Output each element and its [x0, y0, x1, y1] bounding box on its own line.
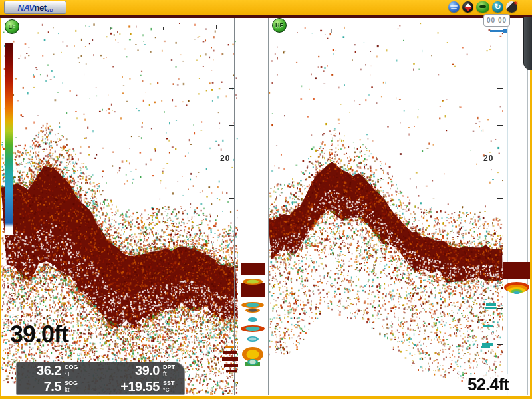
lf-frequency-badge[interactable]: LF: [5, 19, 19, 34]
sonar-echogram-canvas: [0, 0, 532, 399]
globe-icon[interactable]: [448, 1, 460, 13]
sog-readout: 7.5 SOGkt: [17, 379, 86, 394]
sst-readout: +19.55 SST°C: [86, 379, 184, 394]
logo-net-text: net: [35, 3, 47, 13]
dpt-unit: DPT: [163, 364, 182, 370]
sst-value: +19.55: [120, 379, 160, 394]
hf-depth-readout: 52.4ft: [466, 374, 510, 395]
refresh-icon[interactable]: ↻: [492, 1, 503, 13]
cog-readout: 36.2 COG°T: [17, 363, 86, 378]
mob-icon[interactable]: ✶: [506, 1, 517, 13]
dpt-value: 39.0: [135, 363, 160, 378]
echo-strength-colorbar: [5, 43, 13, 235]
lf-depth-scale-label: 20: [220, 154, 230, 163]
navnet-logo-button[interactable]: NAV net 3D: [4, 1, 66, 14]
vrm-marker-icon[interactable]: [490, 30, 506, 32]
logo-nav-text: NAV: [18, 3, 35, 13]
titlebar-icon-row: ↻ ✶: [448, 1, 517, 13]
title-bar: NAV net 3D ↻ ✶: [0, 0, 532, 15]
hf-frequency-badge[interactable]: HF: [272, 18, 287, 33]
timer-readout-box: 00 00: [483, 14, 510, 27]
cog-value: 36.2: [37, 363, 61, 378]
sst-unit: SST: [163, 380, 182, 386]
sog-value: 7.5: [44, 379, 61, 394]
header-divider-bar: [0, 15, 532, 18]
boat-icon[interactable]: [476, 1, 489, 13]
nav-data-box: 36.2 COG°T 39.0 DPTft 7.5 SOGkt +19.55 S…: [16, 362, 185, 395]
logo-3d-text: 3D: [47, 8, 53, 13]
compass-icon[interactable]: [462, 1, 473, 13]
cog-unit: COG: [65, 364, 83, 370]
lf-depth-readout: 39.0ft: [10, 321, 68, 348]
hf-depth-scale-label: 20: [483, 154, 493, 163]
dpt-readout: 39.0 DPTft: [86, 363, 184, 378]
rotokey-edge-tab[interactable]: [523, 17, 532, 70]
sog-unit: SOG: [65, 380, 83, 386]
